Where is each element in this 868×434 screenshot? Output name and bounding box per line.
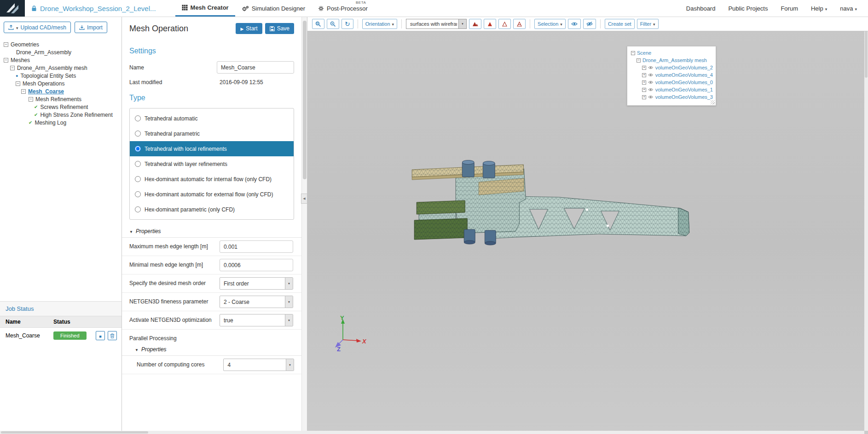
panel-collapse-handle[interactable] [301,194,307,204]
eye-icon[interactable] [648,73,654,77]
collapse-icon[interactable] [29,97,33,102]
zoom-box-button[interactable] [312,19,324,29]
tab-simulation-designer[interactable]: Simulation Designer [235,0,312,17]
orientation-button[interactable]: Orientation [362,19,397,29]
filter-button[interactable]: Filter [637,19,659,29]
forum-link[interactable]: Forum [781,5,798,12]
radio-button[interactable] [135,206,141,212]
tab-mesh-creator[interactable]: Mesh Creator [175,0,235,17]
mesh-order-select[interactable]: First order [220,277,293,290]
panel-scrollbar[interactable] [301,17,307,434]
tree-item-meshes[interactable]: Meshes [3,56,122,64]
help-menu[interactable]: Help [811,5,827,12]
tab-post-processor[interactable]: Post-Processor BETA [312,0,374,17]
scene-mesh-node[interactable]: Drone_Arm_Assembly mesh [631,57,713,64]
tree-item-topological-entity-sets[interactable]: Topological Entity Sets [3,72,122,80]
scene-volume-node[interactable]: volumeOnGeoVolumes_1 [631,86,713,93]
page-horizontal-scrollbar[interactable] [0,431,864,434]
radio-button[interactable] [135,191,141,197]
zoom-fit-button[interactable] [327,19,339,29]
optimization-select[interactable]: true [220,314,293,326]
create-set-button[interactable]: Create set [605,19,635,29]
min-edge-length-input[interactable] [220,259,293,271]
public-projects-link[interactable]: Public Projects [728,5,768,12]
tree-item-high-stress-zone-refinement[interactable]: High Stress Zone Refinement [3,111,122,119]
type-option-hex-external-flow[interactable]: Hex-dominant automatic for external flow… [130,187,294,202]
scrollbar-thumb[interactable] [1,431,148,434]
job-stop-button[interactable] [96,331,105,340]
type-option-tetrahedral-layer-refinements[interactable]: Tetrahedral with layer refinements [130,156,294,171]
start-button[interactable]: Start [236,23,262,34]
radio-button[interactable] [135,146,141,152]
expand-icon[interactable] [642,88,646,92]
tree-item-geometries[interactable]: Geometries [3,40,122,48]
radio-button[interactable] [135,131,141,137]
dashboard-link[interactable]: Dashboard [686,5,716,12]
mesh-quality-toggle-3[interactable] [498,19,511,29]
eye-icon[interactable] [648,88,654,91]
green-plate-mesh[interactable] [414,200,467,240]
3d-mesh-model[interactable] [307,17,868,434]
app-logo[interactable] [0,0,25,17]
mesh-quality-toggle-4[interactable] [513,19,526,29]
collapse-icon[interactable] [637,58,641,63]
tree-item-drone-arm-assembly-mesh[interactable]: Drone_Arm_Assembly mesh [3,64,122,72]
type-option-tetrahedral-parametric[interactable]: Tetrahedral parametric [130,126,294,141]
eye-icon[interactable] [648,80,654,84]
job-delete-button[interactable] [108,331,117,340]
nested-properties-header[interactable]: Properties [122,346,301,356]
expand-icon[interactable] [642,80,646,85]
collapse-icon[interactable] [21,89,26,94]
type-option-hex-internal-flow[interactable]: Hex-dominant automatic for internal flow… [130,171,294,187]
save-button[interactable]: Save [265,23,294,34]
render-mode-select[interactable]: surfaces with wireframe [406,19,467,29]
properties-header[interactable]: Properties [122,228,301,238]
reset-view-button[interactable] [341,19,353,29]
collapse-icon[interactable] [4,58,8,63]
upload-cad-mesh-button[interactable]: Upload CAD/mesh [4,22,71,33]
eye-icon[interactable] [648,95,654,99]
tree-item-meshing-log[interactable]: Meshing Log [3,119,122,126]
radio-button[interactable] [135,176,141,182]
scene-volume-node[interactable]: volumeOnGeoVolumes_4 [631,71,713,79]
expand-icon[interactable] [642,73,646,77]
tree-item-screws-refinement[interactable]: Screws Refinement [3,103,122,111]
type-option-tetrahedral-local-refinements[interactable]: Tetrahedral with local refinements [130,141,294,156]
scene-node[interactable]: Scene [631,49,713,57]
collapse-icon[interactable] [16,81,20,86]
name-input[interactable] [217,61,294,74]
collapse-icon[interactable] [10,66,15,70]
tree-item-mesh-operations[interactable]: Mesh Operations [3,80,122,87]
user-menu[interactable]: nava [840,5,857,12]
mesh-quality-toggle-1[interactable] [469,19,481,29]
tree-item-mesh-refinements[interactable]: Mesh Refinements [3,95,122,103]
page-vertical-scrollbar[interactable] [864,17,868,431]
scene-volume-node[interactable]: volumeOnGeoVolumes_3 [631,93,713,101]
scrollbar-thumb[interactable] [303,21,307,179]
selection-button[interactable]: Selection [534,19,566,29]
eye-slash-icon [586,22,593,26]
scene-volume-node[interactable]: volumeOnGeoVolumes_0 [631,79,713,86]
expand-icon[interactable] [642,95,646,99]
radio-button[interactable] [135,161,141,167]
eye-icon[interactable] [648,66,654,69]
project-title-area: Drone_Workshop_Session_2_Level... [31,5,156,12]
mesh-quality-toggle-2[interactable] [484,19,496,29]
scene-volume-node[interactable]: volumeOnGeoVolumes_2 [631,64,713,71]
show-all-button[interactable] [568,19,581,29]
fineness-select[interactable]: 2 - Coarse [220,296,293,308]
resize-handle[interactable] [711,100,715,104]
tree-item-mesh-coarse[interactable]: Mesh_Coarse [3,87,122,95]
expand-icon[interactable] [642,66,646,70]
import-button[interactable]: Import [75,22,107,33]
type-option-tetrahedral-automatic[interactable]: Tetrahedral automatic [130,111,294,126]
collapse-icon[interactable] [631,51,635,55]
type-option-hex-parametric[interactable]: Hex-dominant parametric (only CFD) [130,202,294,217]
computing-cores-select[interactable]: 4 [223,359,294,371]
radio-button[interactable] [135,115,141,121]
project-title[interactable]: Drone_Workshop_Session_2_Level... [40,5,156,12]
hide-all-button[interactable] [583,19,596,29]
tree-item-drone-arm-assembly[interactable]: Drone_Arm_Assembly [3,48,122,56]
collapse-icon[interactable] [4,42,8,47]
max-edge-length-input[interactable] [220,240,293,253]
